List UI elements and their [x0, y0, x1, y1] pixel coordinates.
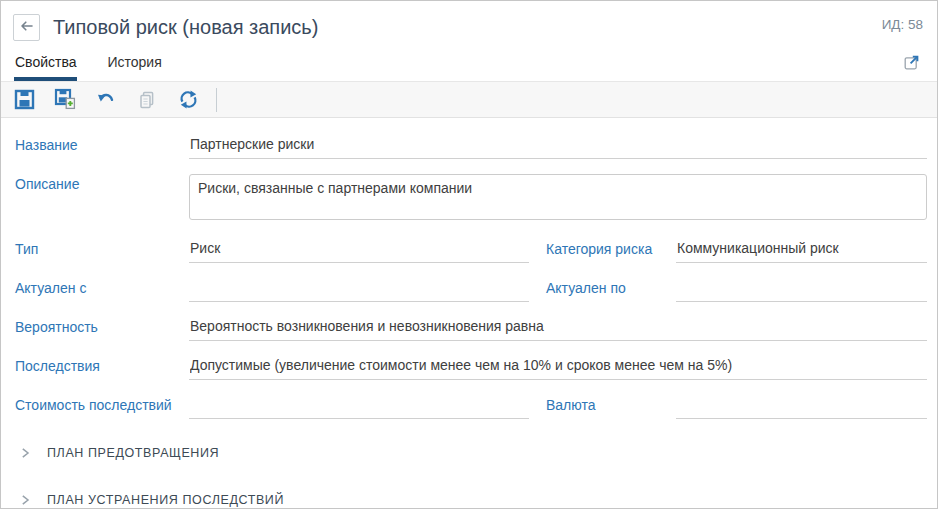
consequences-cost-input[interactable]	[189, 396, 529, 419]
back-arrow-icon	[19, 19, 34, 36]
chevron-right-icon	[19, 494, 31, 506]
header: Типовой риск (новая запись) ИД: 58	[1, 1, 937, 44]
collapsible-sections: ПЛАН ПРЕДОТВРАЩЕНИЯ ПЛАН УСТРАНЕНИЯ ПОСЛ…	[15, 434, 927, 509]
description-textarea[interactable]: Риски, связанные с партнерами компании	[189, 174, 927, 220]
section-elimination-plan-label: ПЛАН УСТРАНЕНИЯ ПОСЛЕДСТВИЙ	[47, 493, 284, 507]
refresh-button[interactable]	[173, 86, 203, 114]
record-id-label: ИД: 58	[882, 12, 923, 32]
copy-icon	[137, 90, 157, 110]
actual-to-field-label: Актуален по	[546, 278, 676, 302]
field-row-description: Описание Риски, связанные с партнерами к…	[15, 174, 927, 224]
consequences-input[interactable]	[189, 357, 927, 380]
toolbar	[1, 82, 937, 118]
section-prevention-plan-label: ПЛАН ПРЕДОТВРАЩЕНИЯ	[47, 446, 219, 460]
field-row-actual-dates: Актуален с Актуален по	[15, 278, 927, 302]
risk-category-field-label: Категория риска	[546, 239, 676, 263]
back-button[interactable]	[13, 14, 40, 41]
probability-input[interactable]	[189, 318, 927, 341]
consequences-cost-field-label: Стоимость последствий	[15, 395, 189, 419]
actual-to-input[interactable]	[676, 279, 927, 302]
section-elimination-plan[interactable]: ПЛАН УСТРАНЕНИЯ ПОСЛЕДСТВИЙ	[15, 481, 927, 509]
actual-from-field-label: Актуален с	[15, 278, 189, 302]
name-input[interactable]	[189, 136, 927, 159]
open-in-new-window-button[interactable]	[901, 51, 923, 73]
open-in-new-window-icon	[903, 59, 921, 74]
consequences-field-label: Последствия	[15, 356, 189, 376]
copy-button[interactable]	[132, 86, 162, 114]
type-input[interactable]	[189, 240, 529, 263]
type-field-label: Тип	[15, 239, 189, 263]
chevron-right-icon	[19, 447, 31, 459]
save-icon	[14, 89, 35, 110]
field-row-type-category: Тип Категория риска	[15, 239, 927, 263]
field-row-consequences: Последствия	[15, 356, 927, 380]
currency-input[interactable]	[676, 396, 927, 419]
save-button[interactable]	[9, 86, 39, 114]
refresh-icon	[178, 89, 199, 110]
tab-history[interactable]: История	[106, 46, 162, 81]
probability-field-label: Вероятность	[15, 317, 189, 337]
currency-field-label: Валюта	[546, 395, 676, 419]
actual-from-input[interactable]	[189, 279, 529, 302]
field-row-cost-currency: Стоимость последствий Валюта	[15, 395, 927, 419]
toolbar-separator	[216, 88, 217, 112]
name-field-label: Название	[15, 135, 189, 155]
section-prevention-plan[interactable]: ПЛАН ПРЕДОТВРАЩЕНИЯ	[15, 434, 927, 472]
properties-form: Название Описание Риски, связанные с пар…	[1, 118, 937, 509]
save-and-add-icon	[54, 88, 77, 111]
field-row-name: Название	[15, 135, 927, 159]
risk-record-window: Типовой риск (новая запись) ИД: 58 Свойс…	[0, 0, 938, 509]
page-title: Типовой риск (новая запись)	[53, 12, 318, 42]
risk-category-input[interactable]	[676, 240, 927, 263]
save-and-add-button[interactable]	[50, 86, 80, 114]
undo-icon	[95, 89, 117, 111]
field-row-probability: Вероятность	[15, 317, 927, 341]
undo-button[interactable]	[91, 86, 121, 114]
description-field-label: Описание	[15, 174, 189, 194]
tab-properties[interactable]: Свойства	[14, 46, 77, 81]
tab-bar: Свойства История	[1, 46, 937, 82]
